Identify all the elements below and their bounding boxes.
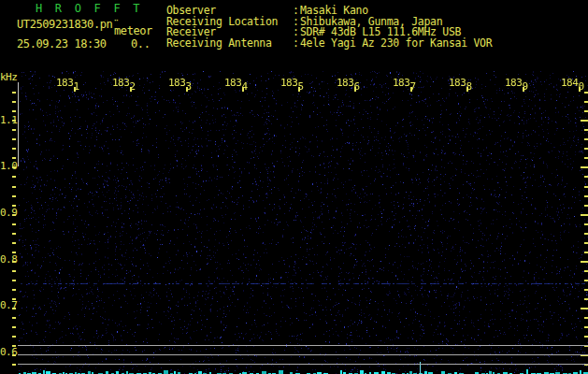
calibration-bar: [18, 82, 19, 166]
freq-minor-tick-left: [12, 242, 16, 244]
time-minute-tick: [354, 87, 356, 92]
freq-major-tick-right: [581, 261, 588, 263]
station-info: Observer:Masaki KanoReceiving Location:S…: [166, 6, 492, 50]
meta-label: Receiving Antenna: [166, 38, 293, 50]
freq-minor-tick-right: [584, 138, 588, 140]
freq-minor-tick-right: [584, 176, 588, 178]
output-filename: UT2509231830.pn: [17, 18, 112, 31]
spectrogram-canvas: [19, 71, 588, 374]
freq-tick-label: 0.6: [0, 346, 17, 358]
observation-mode-label: meteor: [114, 24, 152, 37]
freq-major-tick-right: [581, 214, 588, 216]
freq-minor-tick-right: [584, 195, 588, 197]
freq-major-tick-right: [581, 308, 588, 309]
freq-minor-tick-left: [12, 120, 16, 122]
freq-minor-tick-left: [12, 205, 16, 207]
freq-minor-tick-right: [584, 298, 588, 300]
meta-value: 4ele Yagi Az 230 for Kansai VOR: [300, 36, 492, 50]
freq-minor-tick-right: [584, 110, 588, 112]
freq-minor-tick-left: [12, 280, 16, 281]
freq-minor-tick-right: [584, 233, 588, 235]
freq-minor-tick-left: [12, 223, 16, 225]
reference-line-lower: [18, 364, 588, 365]
freq-minor-tick-right: [584, 205, 588, 207]
freq-minor-tick-left: [12, 336, 16, 338]
freq-minor-tick-left: [12, 92, 16, 94]
freq-minor-tick-right: [584, 101, 588, 103]
freq-minor-tick-left: [12, 195, 16, 197]
time-minute-tick: [130, 87, 132, 92]
freq-minor-tick-left: [12, 101, 16, 103]
freq-tick-label: 0.7: [0, 299, 17, 311]
station-meta-row: Receiving Antenna:4ele Yagi Az 230 for K…: [166, 38, 492, 50]
time-minute-tick: [298, 87, 300, 92]
freq-minor-tick-left: [12, 166, 16, 168]
hrofft-window: H R O F F T UT2509231830.pn ¨ meteor 25.…: [0, 0, 588, 374]
freq-minor-tick-left: [12, 317, 16, 319]
time-minute-tick: [74, 87, 76, 92]
observation-datetime: 25.09.23 18:30: [17, 37, 107, 50]
freq-minor-tick-left: [12, 157, 16, 159]
freq-minor-tick-left: [12, 308, 16, 309]
freq-minor-tick-left: [12, 270, 16, 272]
freq-major-tick-right: [581, 166, 588, 168]
meteor-counter: 0..: [131, 37, 150, 50]
freq-tick-label: 0.8: [0, 253, 17, 266]
freq-minor-tick-right: [584, 242, 588, 244]
freq-minor-tick-left: [12, 138, 16, 140]
freq-major-tick-right: [581, 120, 588, 122]
freq-minor-tick-left: [12, 233, 16, 235]
freq-minor-tick-left: [12, 148, 16, 150]
time-minute-tick: [466, 87, 468, 92]
app-title: H R O F F T: [36, 2, 143, 15]
freq-tick-label: 0.9: [0, 207, 17, 219]
freq-minor-tick-left: [12, 110, 16, 112]
freq-minor-tick-left: [12, 186, 16, 188]
freq-minor-tick-left: [12, 354, 16, 356]
meta-colon: :: [293, 38, 300, 50]
freq-minor-tick-left: [12, 298, 16, 300]
time-minute-tick: [186, 87, 188, 92]
freq-minor-tick-right: [584, 336, 588, 338]
freq-minor-tick-right: [584, 326, 588, 328]
freq-minor-tick-left: [12, 214, 16, 216]
freq-minor-tick-right: [584, 270, 588, 272]
freq-minor-tick-right: [584, 186, 588, 188]
freq-minor-tick-left: [12, 345, 16, 347]
reference-line-upper: [18, 345, 588, 346]
freq-minor-tick-right: [584, 317, 588, 319]
freq-minor-tick-right: [584, 157, 588, 159]
freq-minor-tick-right: [584, 92, 588, 94]
time-minute-tick: [579, 87, 581, 92]
time-minute-tick: [242, 87, 244, 92]
freq-minor-tick-right: [584, 252, 588, 253]
freq-minor-tick-left: [12, 326, 16, 328]
time-minute-tick: [523, 87, 524, 92]
freq-axis-unit: kHz: [0, 71, 17, 83]
freq-minor-tick-left: [12, 289, 16, 291]
freq-minor-tick-left: [12, 364, 16, 366]
freq-minor-tick-left: [12, 252, 16, 253]
freq-minor-tick-right: [584, 129, 588, 131]
freq-minor-tick-right: [584, 280, 588, 281]
freq-minor-tick-right: [584, 148, 588, 150]
freq-minor-tick-left: [12, 129, 16, 131]
freq-minor-tick-left: [12, 261, 16, 263]
time-minute-tick: [410, 87, 412, 92]
freq-minor-tick-right: [584, 223, 588, 225]
reference-line-carrier: [18, 354, 588, 355]
freq-minor-tick-right: [584, 289, 588, 291]
freq-minor-tick-left: [12, 176, 16, 178]
